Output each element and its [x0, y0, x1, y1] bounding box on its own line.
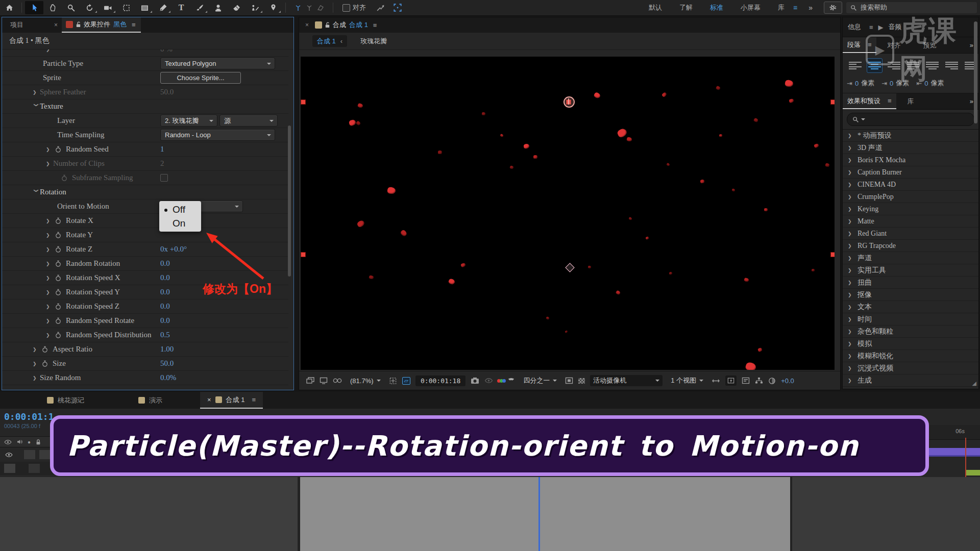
- value-text[interactable]: 2: [160, 159, 164, 168]
- chevron-right-icon[interactable]: ❯: [46, 161, 53, 166]
- dropdown-option-off[interactable]: Off: [159, 203, 201, 216]
- zoom-tool-icon[interactable]: [62, 1, 80, 14]
- show-snapshot-eye-icon[interactable]: [484, 378, 493, 384]
- panel-resize-grip[interactable]: ◢: [972, 380, 976, 387]
- chevron-down-icon[interactable]: ❯: [34, 189, 39, 196]
- view-layout-dropdown[interactable]: 1 个视图: [668, 375, 706, 386]
- exposure-value[interactable]: +0.0: [781, 377, 794, 385]
- resolution-dropdown[interactable]: 四分之一: [520, 375, 560, 386]
- clone-stamp-tool-icon[interactable]: [209, 1, 227, 14]
- stopwatch-icon[interactable]: [53, 274, 63, 282]
- stopwatch-icon[interactable]: [40, 360, 50, 367]
- close-tab-icon[interactable]: ×: [207, 396, 211, 404]
- chevron-right-icon[interactable]: ❯: [46, 233, 53, 238]
- comp-color-swatch[interactable]: [315, 21, 322, 29]
- indent-left-margin-field[interactable]: ⇥0像素: [847, 79, 874, 88]
- indent-right-margin-value[interactable]: 0: [924, 80, 928, 87]
- value-text[interactable]: 50.0: [160, 359, 174, 368]
- effect-panel-scrollbar[interactable]: [288, 126, 291, 277]
- rotate-tool-icon[interactable]: [80, 1, 99, 14]
- value-text[interactable]: 0.0: [160, 273, 170, 282]
- chevron-right-icon[interactable]: ❯: [33, 347, 40, 352]
- breadcrumb-comp[interactable]: 合成 1: [317, 37, 336, 46]
- chevron-right-icon[interactable]: ❯: [848, 317, 853, 322]
- chevron-right-icon[interactable]: ❯: [848, 354, 853, 359]
- effects-category-item[interactable]: ❯CINEMA 4D: [843, 179, 978, 191]
- stopwatch-icon[interactable]: [53, 289, 63, 296]
- value-text[interactable]: 0.0: [160, 316, 170, 325]
- chevron-right-icon[interactable]: ❯: [46, 147, 53, 152]
- chevron-right-icon[interactable]: ❯: [848, 243, 853, 248]
- layer-switch-cell[interactable]: [4, 464, 15, 473]
- effects-list-scrollbar[interactable]: [974, 21, 977, 123]
- grid-guides-icon[interactable]: [389, 377, 397, 385]
- effects-category-item[interactable]: ❯抠像: [843, 289, 978, 301]
- stopwatch-icon[interactable]: [53, 146, 63, 153]
- chevron-right-icon[interactable]: ❯: [848, 182, 853, 187]
- workspace-overflow-icon[interactable]: »: [801, 4, 820, 12]
- tab-info[interactable]: 信息: [848, 22, 861, 32]
- chevron-right-icon[interactable]: ❯: [848, 158, 853, 163]
- chevron-right-icon[interactable]: ❯: [848, 133, 853, 138]
- flowchart-icon[interactable]: [755, 377, 763, 384]
- effects-category-item[interactable]: ❯生成: [843, 374, 978, 387]
- panel-menu-icon[interactable]: ≡: [373, 21, 377, 29]
- effects-category-item[interactable]: ❯3D 声道: [843, 142, 978, 154]
- timeline-panel-icon[interactable]: [742, 377, 750, 384]
- selection-handle[interactable]: [566, 99, 571, 105]
- composition-canvas[interactable]: [301, 57, 835, 370]
- stopwatch-icon[interactable]: [53, 332, 63, 339]
- close-tab-icon[interactable]: ×: [305, 21, 309, 29]
- chevron-right-icon[interactable]: ❯: [848, 378, 853, 383]
- effects-category-item[interactable]: ❯CrumplePop: [843, 191, 978, 203]
- brush-tool-icon[interactable]: [190, 1, 209, 14]
- active-camera-dropdown[interactable]: 活动摄像机: [590, 375, 663, 386]
- value-text[interactable]: 0.0: [160, 288, 170, 296]
- layer-switch-cell[interactable]: [24, 450, 35, 459]
- tab-align[interactable]: 对齐: [876, 41, 912, 50]
- workspace-menu-icon[interactable]: ≡: [793, 4, 797, 12]
- value-text[interactable]: 0x +0.0°: [160, 245, 187, 254]
- breadcrumb-comp-box[interactable]: 合成 1 ‹: [312, 35, 347, 47]
- justify-last-right-button[interactable]: [944, 59, 959, 72]
- pan-behind-tool-icon[interactable]: [117, 1, 135, 14]
- chevron-right-icon[interactable]: ❯: [848, 292, 853, 297]
- workspace-tab-小屏幕[interactable]: 小屏幕: [732, 3, 769, 12]
- chevron-right-icon[interactable]: ❯: [46, 290, 53, 295]
- unlock-icon[interactable]: [75, 21, 82, 28]
- layer-source-dropdown[interactable]: 2. 玫瑰花瓣: [160, 115, 217, 127]
- value-text[interactable]: 0.0: [160, 259, 170, 268]
- selection-handle[interactable]: [301, 99, 306, 105]
- dropdown-option-on[interactable]: On: [159, 216, 201, 230]
- sync-settings-icon[interactable]: [824, 2, 842, 14]
- expand-triangle-icon[interactable]: ▶: [878, 23, 884, 31]
- tab-audio[interactable]: 音频: [889, 22, 902, 32]
- effects-category-item[interactable]: ❯Red Giant: [843, 228, 978, 240]
- hand-tool-icon[interactable]: [43, 1, 62, 14]
- transparency-grid-icon[interactable]: [578, 378, 585, 384]
- effects-category-item[interactable]: ❯Boris FX Mocha: [843, 154, 978, 166]
- puppet-pin-tool-icon[interactable]: [264, 1, 282, 14]
- justify-last-center-button[interactable]: [925, 59, 940, 72]
- chevron-right-icon[interactable]: ❯: [46, 218, 53, 223]
- layer-switch-cell[interactable]: [29, 464, 40, 473]
- chevron-right-icon[interactable]: ❯: [848, 280, 853, 285]
- chevron-right-icon[interactable]: ❯: [848, 207, 853, 212]
- stopwatch-icon[interactable]: [53, 260, 63, 267]
- chevron-right-icon[interactable]: ❯: [848, 194, 853, 199]
- effects-category-item[interactable]: ❯声道: [843, 252, 978, 264]
- chevron-right-icon[interactable]: ❯: [848, 341, 853, 346]
- workspace-tab-标准[interactable]: 标准: [701, 3, 732, 12]
- value-checkbox[interactable]: [160, 174, 168, 182]
- chevron-right-icon[interactable]: ❯: [46, 333, 53, 338]
- home-icon[interactable]: [0, 1, 18, 14]
- choose-sprite-button[interactable]: Choose Sprite...: [160, 72, 241, 84]
- tab-project[interactable]: 项目: [10, 20, 23, 30]
- stopwatch-icon[interactable]: [59, 174, 69, 182]
- value-text[interactable]: 0.5: [160, 331, 170, 339]
- layer-switch-cell[interactable]: [39, 450, 51, 459]
- pen-tool-icon[interactable]: [154, 1, 172, 14]
- view-axis-icon[interactable]: [316, 4, 325, 12]
- chevron-right-icon[interactable]: ❯: [46, 247, 53, 252]
- pixel-aspect-correction-icon[interactable]: [712, 378, 720, 384]
